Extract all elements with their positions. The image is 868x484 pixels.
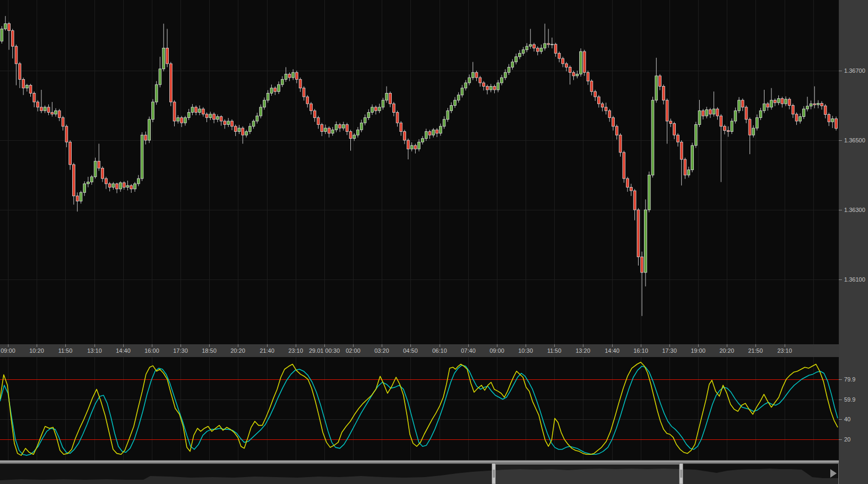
time-tick [324, 344, 325, 347]
time-axis-label: 20:20 [719, 347, 734, 354]
time-tick [296, 344, 296, 347]
time-axis-label: 20:20 [230, 347, 245, 354]
time-tick [727, 344, 727, 347]
time-tick [152, 344, 152, 347]
time-tick [612, 344, 613, 347]
time-axis-label: 16:10 [633, 347, 648, 354]
price-axis-label: 1.36300 [844, 207, 865, 213]
time-axis-label: 10:30 [518, 347, 533, 354]
time-tick [94, 344, 95, 347]
time-axis-label: 16:00 [144, 347, 159, 354]
osc-tick-dash [839, 419, 842, 420]
time-axis-label: 21:40 [260, 347, 274, 354]
time-axis-label: 07:40 [461, 347, 476, 354]
time-axis-label: 04:50 [403, 347, 418, 354]
osc-axis-label: 20 [844, 436, 850, 443]
cyan-line [0, 365, 838, 455]
osc-axis-label: 40 [844, 416, 850, 422]
time-tick [669, 344, 670, 347]
time-axis-label: 23:10 [777, 347, 792, 354]
time-axis-label: 17:30 [662, 347, 677, 354]
time-axis-label: 02:00 [346, 347, 360, 354]
time-axis[interactable]: 09:0010:2011:5013:1014:4016:0017:3018:50… [0, 344, 839, 357]
time-axis-label: 14:40 [605, 347, 620, 354]
osc-tick-dash [839, 400, 842, 400]
price-axis[interactable]: 1.367001.365001.363001.3610079.959.94020 [839, 0, 868, 484]
osc-tick-dash [839, 439, 842, 440]
navigator-scrollbar[interactable] [0, 463, 839, 484]
time-axis-label: 14:40 [116, 347, 131, 354]
time-axis-label: 18:50 [202, 347, 217, 354]
navigator-selection[interactable] [494, 463, 681, 484]
time-axis-label: 03:20 [374, 347, 389, 354]
time-tick [37, 344, 37, 347]
price-tick-dash [839, 140, 842, 141]
time-axis-label: 11:50 [547, 347, 562, 354]
price-tick-dash [839, 71, 842, 71]
time-axis-label: 21:50 [748, 347, 763, 354]
time-tick [410, 344, 411, 347]
time-tick [554, 344, 555, 347]
time-tick [209, 344, 210, 347]
time-axis-label: 06:10 [432, 347, 447, 354]
time-tick [641, 344, 641, 347]
time-axis-label: 09:00 [489, 347, 504, 354]
time-tick [468, 344, 469, 347]
time-axis-label: 09:00 [1, 347, 15, 354]
osc-tick-dash [839, 379, 842, 380]
time-tick [755, 344, 756, 347]
time-tick [267, 344, 268, 347]
trading-chart-window: 1.367001.365001.363001.3610079.959.94020… [0, 0, 868, 484]
osc-axis-label: 59.9 [844, 396, 855, 403]
time-tick [785, 344, 785, 347]
time-tick [353, 344, 354, 347]
osc-grid [0, 357, 839, 460]
time-axis-label: 11:50 [58, 347, 73, 354]
navigator-right-handle[interactable] [680, 463, 683, 484]
stochastic-oscillator-panel[interactable] [0, 357, 839, 460]
time-axis-label: 17:30 [173, 347, 188, 354]
time-tick [65, 344, 66, 347]
time-axis-label: 19:00 [691, 347, 706, 354]
candlestick-chart[interactable] [0, 0, 839, 344]
candles [1, 16, 837, 316]
time-tick [526, 344, 526, 347]
price-axis-label: 1.36500 [844, 137, 865, 143]
price-axis-label: 1.36100 [844, 276, 865, 283]
time-tick [123, 344, 124, 347]
time-axis-label: 13:10 [87, 347, 102, 354]
time-tick [382, 344, 382, 347]
price-axis-label: 1.36700 [844, 67, 865, 74]
time-tick [583, 344, 583, 347]
time-axis-label: 29.01 00:30 [309, 347, 340, 354]
time-axis-label: 10:20 [29, 347, 44, 354]
time-axis-label: 23:10 [288, 347, 303, 354]
time-axis-label: 13:20 [575, 347, 590, 354]
time-tick [497, 344, 497, 347]
time-tick [440, 344, 440, 347]
price-tick-dash [839, 210, 842, 210]
price-tick-dash [839, 279, 842, 280]
time-tick [8, 344, 8, 347]
time-tick [698, 344, 699, 347]
navigator-left-handle[interactable] [492, 463, 496, 484]
osc-axis-label: 79.9 [844, 376, 855, 383]
time-tick [181, 344, 181, 347]
grid [0, 0, 839, 344]
time-tick [238, 344, 238, 347]
